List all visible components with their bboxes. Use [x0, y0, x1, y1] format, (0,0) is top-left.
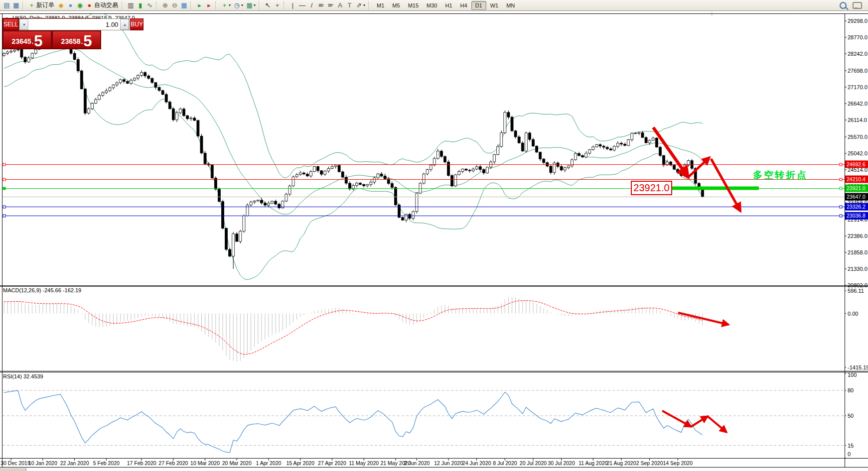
toolbar-separator	[368, 1, 371, 9]
svg-text:100: 100	[848, 372, 857, 378]
new-order-icon[interactable]: +	[27, 1, 36, 10]
svg-text:596.11: 596.11	[848, 288, 864, 294]
svg-text:20 Jul 2020: 20 Jul 2020	[520, 460, 547, 466]
bar-chart-icon[interactable]: ▥	[126, 1, 136, 10]
dropdown-arrow-icon[interactable]: ▾	[229, 3, 231, 7]
dropdown-arrow-icon[interactable]: ▾	[241, 3, 243, 7]
timeframe-w1[interactable]: W1	[486, 1, 503, 10]
date-axis[interactable]: 30 Dec 201910 Jan 202022 Jan 20205 Feb 2…	[0, 458, 693, 466]
svg-text:21 Aug 2020: 21 Aug 2020	[607, 460, 636, 466]
svg-text:25570.0: 25570.0	[848, 134, 868, 140]
new-order-label[interactable]: 新订单	[36, 1, 54, 9]
volume-input[interactable]	[28, 19, 120, 30]
timeframe-h1[interactable]: H1	[441, 1, 456, 10]
toolbar: ▤▦+新订单◆●◉●自动交易▥▮∿⊕⊖▦▸▸+▾◷▾▦▾↖+|—/≡E≡FAT⇗…	[0, 0, 868, 11]
toolbar-separator	[156, 1, 159, 9]
timeframe-mn[interactable]: MN	[502, 1, 519, 10]
svg-text:0.00: 0.00	[848, 311, 858, 317]
dropdown-arrow-icon[interactable]: ▾	[254, 3, 256, 7]
new-chart-icon[interactable]: ▤	[2, 1, 11, 10]
macd-label: MACD(12,26,9) -245.66 -162.19	[3, 287, 81, 293]
market-watch-icon[interactable]: ◆	[56, 1, 66, 10]
turning-point-annotation[interactable]: 多空转折点	[753, 169, 808, 182]
search-icon[interactable]	[840, 2, 847, 9]
chart-canvas[interactable]: 29298.028770.028242.027698.027170.026642…	[0, 0, 868, 471]
community-icon[interactable]: ●	[66, 1, 75, 10]
chat-icon[interactable]	[853, 2, 862, 9]
timeframe-m30[interactable]: M30	[423, 1, 441, 10]
volume-increase-button[interactable]: ▲	[120, 19, 129, 30]
text-icon[interactable]: A	[335, 1, 345, 10]
macd-values: -245.66 -162.19	[42, 287, 81, 293]
vline-icon[interactable]: |	[288, 1, 297, 10]
rsi-panel: 1008050150	[2, 372, 857, 458]
svg-text:27698.0: 27698.0	[848, 68, 868, 74]
svg-text:0: 0	[848, 451, 851, 457]
bid-price-big-digit: 5	[34, 35, 42, 47]
candlestick-icon[interactable]: ▮	[136, 1, 145, 10]
toolbar-separator	[259, 1, 262, 9]
zoom-in-icon[interactable]: ⊕	[160, 1, 170, 10]
svg-text:-1415.19: -1415.19	[848, 364, 868, 370]
arrows-icon[interactable]: ⇗	[354, 1, 364, 10]
candles	[3, 37, 704, 269]
terminal-tab-stub[interactable]	[0, 468, 26, 471]
svg-text:8 Jul 2020: 8 Jul 2020	[493, 460, 517, 466]
ask-price-box[interactable]: 23658.5	[52, 31, 101, 49]
line-chart-icon[interactable]: ∿	[145, 1, 154, 10]
price-level-annotation[interactable]: 23921.0	[631, 181, 672, 195]
toolbar-separator	[215, 1, 218, 9]
toolbar-separator	[284, 1, 287, 9]
buy-button[interactable]: BUY	[130, 18, 144, 30]
svg-text:10 Mar 2020: 10 Mar 2020	[190, 460, 220, 466]
one-click-trading-panel: SELL ▼ ▲ BUY 23645.5 23658.5	[2, 18, 101, 49]
svg-text:30 Jul 2020: 30 Jul 2020	[548, 460, 575, 466]
timeframe-m1[interactable]: M1	[373, 1, 388, 10]
svg-text:80: 80	[848, 387, 854, 393]
profiles-icon[interactable]: ▦	[11, 1, 21, 10]
signal-icon[interactable]: ◉	[75, 1, 85, 10]
templates-icon[interactable]: ▦	[245, 1, 254, 10]
svg-text:25042.0: 25042.0	[848, 150, 868, 156]
svg-text:27 Apr 2020: 27 Apr 2020	[318, 460, 346, 466]
svg-text:2 Jun 2020: 2 Jun 2020	[404, 460, 430, 466]
svg-text:1 Apr 2020: 1 Apr 2020	[256, 460, 282, 466]
svg-text:24 Jun 2020: 24 Jun 2020	[462, 460, 491, 466]
autotrading-label[interactable]: 自动交易	[94, 1, 118, 9]
crosshair-icon[interactable]: +	[273, 1, 282, 10]
sell-button[interactable]: SELL	[3, 18, 18, 30]
timeframe-d1[interactable]: D1	[471, 1, 486, 10]
dropdown-arrow-icon[interactable]: ▾	[363, 3, 365, 7]
hline-icon[interactable]: —	[297, 1, 307, 10]
label-icon[interactable]: T	[345, 1, 354, 10]
svg-text:22386.0: 22386.0	[848, 233, 868, 239]
zoom-out-icon[interactable]: ⊖	[170, 1, 179, 10]
fibonacci-icon[interactable]: ≡F	[326, 1, 335, 10]
cursor-icon[interactable]: ↖	[263, 1, 273, 10]
chart-shift-marker[interactable]: ▼	[710, 11, 714, 16]
timeframe-m5[interactable]: M5	[388, 1, 404, 10]
indicators-icon[interactable]: +	[220, 1, 229, 10]
svg-text:28242.0: 28242.0	[848, 51, 868, 57]
svg-text:24210.4: 24210.4	[847, 176, 866, 182]
chart-shift-icon[interactable]: ▸	[204, 1, 214, 10]
svg-text:14 Sep 2020: 14 Sep 2020	[663, 460, 693, 466]
price-axis-ticks: 29298.028770.028242.027698.027170.026642…	[845, 18, 868, 288]
svg-text:21858.0: 21858.0	[848, 249, 868, 255]
autotrading-icon[interactable]: ●	[85, 1, 94, 10]
timeframe-h4[interactable]: H4	[456, 1, 471, 10]
toolbar-separator	[122, 1, 125, 9]
volume-decrease-button[interactable]: ▼	[19, 19, 28, 30]
svg-text:23647.0: 23647.0	[847, 194, 866, 200]
tile-windows-icon[interactable]: ▦	[179, 1, 189, 10]
ask-price-main: 23658	[61, 37, 81, 45]
trendline-icon[interactable]: /	[307, 1, 316, 10]
svg-text:26114.0: 26114.0	[848, 117, 867, 123]
bid-price-box[interactable]: 23645.5	[3, 31, 51, 49]
timeframe-m15[interactable]: M15	[404, 1, 423, 10]
svg-text:17 Feb 2020: 17 Feb 2020	[127, 460, 156, 466]
annotation-arrows[interactable]	[653, 127, 740, 211]
auto-scroll-icon[interactable]: ▸	[195, 1, 204, 10]
periods-icon[interactable]: ◷	[232, 1, 242, 10]
channel-icon[interactable]: ≡E	[316, 1, 326, 10]
